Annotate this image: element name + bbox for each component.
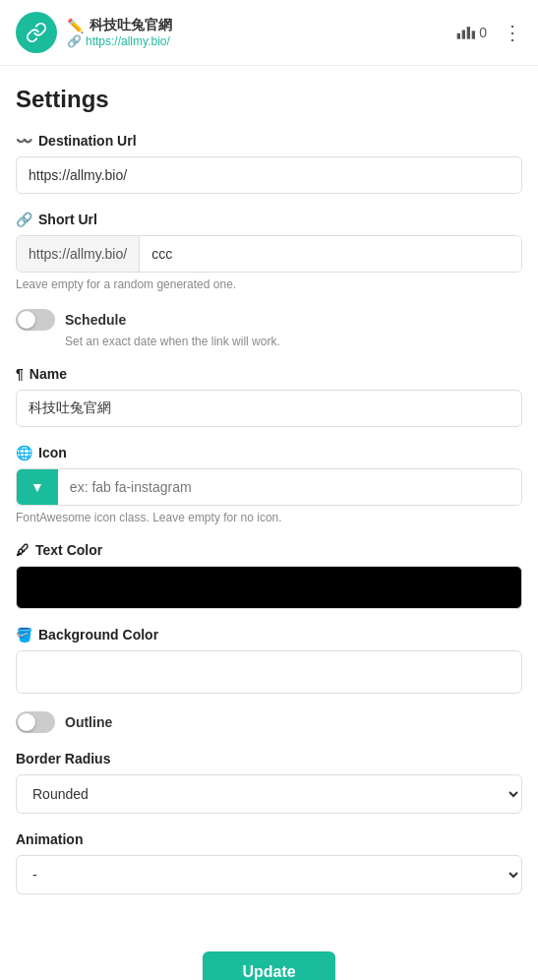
schedule-toggle-row: Schedule: [16, 309, 522, 331]
destination-url-label: 〰️ Destination Url: [16, 133, 522, 149]
dropdown-arrow-icon: ▼: [30, 479, 44, 495]
icon-dropdown-button[interactable]: ▼: [17, 469, 58, 505]
outline-section: Outline: [16, 711, 522, 733]
bar-chart-icon: [455, 25, 475, 40]
more-options-button[interactable]: ⋮: [503, 21, 522, 44]
site-icon: [16, 12, 57, 53]
animation-label: Animation: [16, 831, 522, 847]
short-url-group: https://allmy.bio/: [16, 235, 522, 273]
border-radius-section: Border Radius None Slightly Rounded Roun…: [16, 751, 522, 814]
background-color-picker[interactable]: [16, 650, 522, 694]
destination-icon: 〰️: [16, 133, 32, 149]
icon-section: 🌐 Icon ▼ FontAwesome icon class. Leave e…: [16, 445, 522, 524]
header-right: 0 ⋮: [455, 21, 522, 44]
site-info: ✏️ 科技吐兔官網 🔗 https://allmy.bio/: [67, 17, 172, 48]
background-color-section: 🪣 Background Color: [16, 627, 522, 694]
icon-class-input[interactable]: [58, 469, 521, 505]
schedule-hint: Set an exact date when the link will wor…: [65, 335, 522, 348]
site-name-row: ✏️ 科技吐兔官網: [67, 17, 172, 34]
short-url-prefix: https://allmy.bio/: [17, 236, 140, 272]
text-color-label: 🖊 Text Color: [16, 542, 522, 558]
outline-toggle[interactable]: [16, 711, 55, 733]
border-radius-label: Border Radius: [16, 751, 522, 766]
url-link-icon: 🔗: [67, 34, 82, 48]
animation-select[interactable]: - Bounce Pulse Shake Tada: [16, 855, 522, 894]
svg-rect-1: [462, 31, 465, 39]
short-url-icon: 🔗: [16, 212, 32, 227]
update-button-container: Update: [0, 932, 538, 980]
name-icon: ¶: [16, 366, 24, 382]
bg-color-icon: 🪣: [16, 627, 32, 643]
short-url-section: 🔗 Short Url https://allmy.bio/ Leave emp…: [16, 212, 522, 291]
short-url-label: 🔗 Short Url: [16, 212, 522, 227]
site-url-text: https://allmy.bio/: [86, 34, 170, 48]
border-radius-select[interactable]: None Slightly Rounded Rounded Pill: [16, 774, 522, 814]
globe-icon: 🌐: [16, 445, 32, 460]
destination-url-section: 〰️ Destination Url: [16, 133, 522, 194]
main-content: Settings 〰️ Destination Url 🔗 Short Url …: [0, 66, 538, 932]
svg-rect-3: [472, 31, 475, 38]
site-url-row[interactable]: 🔗 https://allmy.bio/: [67, 34, 172, 48]
edit-pencil-icon: ✏️: [67, 18, 84, 33]
update-button[interactable]: Update: [203, 951, 334, 980]
outline-toggle-knob: [18, 713, 35, 731]
outline-label: Outline: [65, 714, 112, 730]
text-color-icon: 🖊: [16, 542, 30, 558]
stats-area[interactable]: 0: [455, 25, 487, 40]
header-left: ✏️ 科技吐兔官網 🔗 https://allmy.bio/: [16, 12, 172, 53]
text-color-picker[interactable]: [16, 566, 522, 609]
name-section: ¶ Name: [16, 366, 522, 427]
link-chain-icon: [26, 22, 47, 43]
schedule-toggle[interactable]: [16, 309, 55, 331]
schedule-label: Schedule: [65, 312, 126, 328]
schedule-toggle-knob: [18, 311, 35, 329]
header: ✏️ 科技吐兔官網 🔗 https://allmy.bio/ 0 ⋮: [0, 0, 538, 66]
stats-count: 0: [479, 25, 487, 40]
animation-section: Animation - Bounce Pulse Shake Tada: [16, 831, 522, 894]
svg-rect-0: [457, 33, 460, 39]
icon-label: 🌐 Icon: [16, 445, 522, 460]
outline-toggle-row: Outline: [16, 711, 522, 733]
background-color-label: 🪣 Background Color: [16, 627, 522, 643]
name-label: ¶ Name: [16, 366, 522, 382]
short-url-hint: Leave empty for a random generated one.: [16, 277, 522, 291]
schedule-section: Schedule Set an exact date when the link…: [16, 309, 522, 348]
short-url-input[interactable]: [140, 236, 521, 272]
destination-url-input[interactable]: [16, 156, 522, 194]
icon-hint: FontAwesome icon class. Leave empty for …: [16, 511, 522, 524]
name-input[interactable]: [16, 390, 522, 427]
svg-rect-2: [467, 27, 470, 39]
icon-input-group: ▼: [16, 468, 522, 506]
text-color-section: 🖊 Text Color: [16, 542, 522, 609]
page-title: Settings: [16, 86, 522, 113]
site-name-text: 科技吐兔官網: [90, 17, 172, 34]
